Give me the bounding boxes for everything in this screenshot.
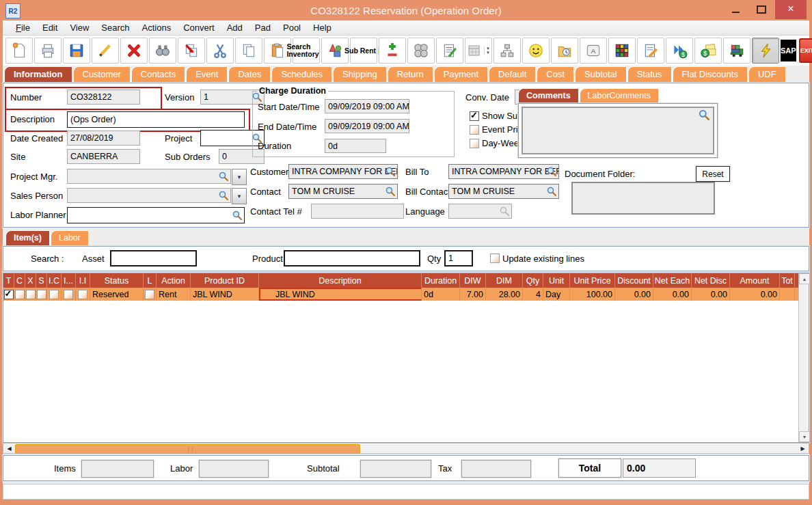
date-created-field[interactable]: 27/08/2019 — [67, 131, 140, 146]
duration-field[interactable]: 0d — [325, 139, 386, 153]
org-chart-button[interactable] — [493, 38, 521, 64]
scroll-down-button[interactable]: ▼ — [799, 431, 810, 442]
sales-person-dropdown[interactable] — [232, 188, 247, 204]
col-product-id[interactable]: Product ID — [191, 273, 259, 288]
notes-button[interactable] — [436, 38, 463, 64]
col-qty[interactable]: Qty — [523, 273, 543, 288]
col-t[interactable]: T — [3, 273, 14, 288]
tab-dates[interactable]: Dates — [228, 66, 271, 83]
show-suggestions-checkbox[interactable] — [470, 111, 479, 121]
edit-button[interactable] — [92, 38, 119, 64]
total-button[interactable]: Total — [558, 459, 621, 478]
lightning-button[interactable] — [752, 38, 779, 64]
customer-search-icon[interactable] — [385, 166, 396, 177]
row-idot-checkbox[interactable] — [64, 290, 73, 299]
labor-planner-search-icon[interactable] — [232, 210, 243, 221]
comments-field[interactable] — [522, 107, 714, 154]
calendar-dropdown[interactable] — [484, 46, 490, 55]
language-field[interactable] — [448, 204, 512, 219]
truck-button[interactable] — [723, 38, 750, 64]
menu-pool[interactable]: Pool — [277, 23, 307, 33]
tab-labor[interactable]: Labor — [51, 230, 89, 246]
product-input[interactable] — [284, 250, 420, 267]
update-lines-checkbox[interactable] — [490, 254, 500, 263]
row-s-checkbox[interactable] — [37, 290, 46, 299]
tab-schedules[interactable]: Schedules — [271, 66, 332, 83]
spheres-button[interactable] — [407, 38, 435, 64]
col-ic[interactable]: I.C — [47, 273, 62, 288]
menu-actions[interactable]: Actions — [136, 23, 178, 33]
contact-field[interactable]: TOM M CRUISE — [288, 184, 398, 199]
reset-button[interactable]: Reset — [696, 166, 730, 182]
col-net-each[interactable]: Net Each — [653, 273, 692, 288]
comments-search-icon[interactable] — [698, 109, 710, 121]
folder-clock-button[interactable] — [551, 38, 578, 64]
scroll-up-button[interactable]: ▲ — [799, 273, 810, 284]
tab-contacts[interactable]: Contacts — [131, 66, 185, 83]
asset-input[interactable] — [110, 250, 197, 267]
dollar-transfer-button[interactable]: $ — [666, 38, 693, 64]
col-l[interactable]: L — [144, 273, 157, 288]
document-folder-field[interactable] — [571, 182, 715, 215]
contact-tel-field[interactable] — [311, 204, 404, 219]
tab-items[interactable]: Item(s) — [5, 230, 50, 246]
tab-comments[interactable]: Comments — [518, 88, 579, 104]
tab-cost[interactable]: Cost — [537, 66, 574, 83]
number-field[interactable]: CO328122 — [67, 90, 140, 105]
bill-contact-search-icon[interactable] — [546, 186, 557, 197]
find-button[interactable] — [149, 38, 176, 64]
bill-contact-field[interactable]: TOM M CRUISE — [448, 184, 559, 199]
col-amount[interactable]: Amount — [730, 273, 780, 288]
menu-help[interactable]: Help — [307, 23, 338, 33]
menu-convert[interactable]: Convert — [177, 23, 221, 33]
project-mgr-field[interactable] — [67, 169, 231, 184]
tab-event[interactable]: Event — [186, 66, 228, 83]
new-document-button[interactable] — [5, 38, 33, 64]
tab-information[interactable]: Information — [4, 66, 72, 83]
document-edit-button[interactable] — [637, 38, 664, 64]
qty-input[interactable]: 1 — [444, 250, 473, 267]
cut-button[interactable] — [206, 38, 234, 64]
col-status[interactable]: Status — [90, 273, 144, 288]
tab-payment[interactable]: Payment — [434, 66, 488, 83]
col-dim[interactable]: DIM — [486, 273, 523, 288]
row-x-checkbox[interactable] — [26, 290, 36, 299]
row-l-checkbox[interactable] — [145, 290, 154, 299]
col-tot[interactable]: Tot — [780, 273, 795, 288]
menu-edit[interactable]: Edit — [36, 23, 64, 33]
sap-button[interactable]: SAP — [781, 40, 796, 62]
col-net-disc[interactable]: Net Disc — [692, 273, 730, 288]
menu-file[interactable]: File — [10, 23, 36, 33]
transfer-button[interactable] — [178, 38, 205, 64]
dollar-notes-button[interactable]: $ — [694, 38, 722, 64]
exit-button[interactable]: EXIT — [799, 38, 812, 63]
menu-search[interactable]: Search — [95, 23, 135, 33]
menu-pad[interactable]: Pad — [249, 23, 277, 33]
start-date-field[interactable]: 09/09/2019 09:00 AM — [325, 99, 409, 113]
col-x[interactable]: X — [25, 273, 36, 288]
calendar-button[interactable] — [465, 38, 492, 64]
scroll-left-button[interactable]: ◀ — [4, 444, 14, 452]
col-diw[interactable]: DIW — [460, 273, 486, 288]
col-c[interactable]: C — [14, 273, 25, 288]
tab-flat-discounts[interactable]: Flat Discounts — [673, 66, 748, 83]
tab-subtotal[interactable]: Subtotal — [575, 66, 627, 83]
row-t-checkbox[interactable] — [4, 290, 14, 299]
save-button[interactable] — [63, 38, 90, 64]
copy-button[interactable] — [235, 38, 262, 64]
tab-status[interactable]: Status — [627, 66, 672, 83]
delete-button[interactable] — [120, 38, 148, 64]
bill-to-field[interactable]: INTRA COMPANY FOR BER — [448, 164, 559, 179]
menu-view[interactable]: View — [64, 23, 95, 33]
sales-person-search-icon[interactable] — [218, 190, 229, 201]
grid-row-1[interactable]: Reserved Rent JBL WIND JBL WIND 0d 7.00 … — [3, 288, 799, 301]
col-unit[interactable]: Unit — [543, 273, 570, 288]
col-unit-price[interactable]: Unit Price — [570, 273, 615, 288]
contact-search-icon[interactable] — [385, 186, 396, 197]
row-c-checkbox[interactable] — [15, 290, 25, 299]
site-field[interactable]: CANBERRA — [67, 149, 140, 164]
description-field[interactable]: (Ops Order) — [67, 111, 245, 128]
col-s[interactable]: S — [36, 273, 47, 288]
tab-labor-comments[interactable]: LaborComments — [580, 88, 659, 104]
search-inventory-button[interactable]: SearchInventory — [293, 38, 320, 64]
